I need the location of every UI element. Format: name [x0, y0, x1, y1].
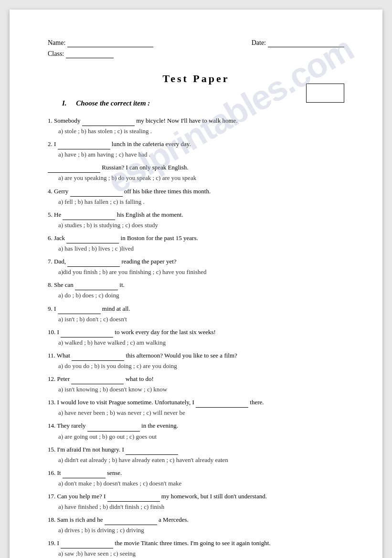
q8-options: a) do ; b) does ; c) doing: [58, 290, 344, 301]
q3-blank[interactable]: [48, 162, 100, 173]
q13-text: 13. I would love to visit Prague sometim…: [48, 399, 196, 406]
question-15: 15. I'm afraid I'm not hungry. I a) didn…: [48, 444, 344, 465]
q4-rest: off his bike three times this month.: [123, 188, 211, 195]
q8-text: 8. She can: [48, 281, 75, 288]
q6-blank[interactable]: [66, 232, 119, 243]
question-1: 1. Somebody my bicycle! Now I'll have to…: [48, 115, 344, 137]
q13-blank[interactable]: [196, 397, 248, 408]
q4-options: a) fell ; b) has fallen ; c) is falling …: [58, 197, 344, 207]
q1-options: a) stole ; b) has stolen ; c) is stealin…: [58, 126, 344, 137]
question-16: 16. It sense. a) don't make ; b) doesn't…: [48, 467, 344, 489]
q15-text: 15. I'm afraid I'm not hungry. I: [48, 446, 126, 453]
q6-rest: in Boston for the past 15 years.: [119, 234, 198, 242]
question-7: 7. Dad, reading the paper yet? a)did you…: [48, 256, 344, 277]
q11-text: 11. What: [48, 352, 72, 359]
q16-options: a) don't make ; b) doesn't makes ; c) do…: [58, 478, 344, 489]
q8-blank[interactable]: [75, 279, 118, 290]
q18-rest: a Mercedes.: [157, 516, 189, 523]
q13-rest: there.: [248, 399, 264, 406]
q6-options: a) has lived ; b) lives ; c )lived: [58, 243, 344, 254]
score-box: [306, 84, 344, 103]
q16-text: 16. It: [48, 469, 63, 476]
q13-options: a) have never been ; b) was never ; c) w…: [58, 408, 344, 418]
q5-rest: his English at the moment.: [115, 211, 183, 218]
section-roman: I.: [62, 99, 67, 107]
class-label: Class:: [48, 50, 64, 57]
question-5: 5. He his English at the moment. a) stud…: [48, 209, 344, 231]
header-top: Name: Date:: [48, 38, 344, 47]
q11-rest: this afternoon? Would you like to see a …: [124, 352, 237, 359]
page-title: Test Paper: [48, 73, 344, 85]
section-instruction: Choose the correct item :: [76, 99, 150, 107]
q14-options: a) are going out ; b) go out ; c) goes o…: [58, 432, 344, 442]
question-12: 12. Peter what to do! a) isn't knowing ;…: [48, 373, 344, 395]
q18-text: 18. Sam is rich and he: [48, 516, 105, 523]
q16-blank[interactable]: [63, 467, 106, 478]
q1-num: 1. Somebody: [48, 117, 82, 124]
q19-text: 19. I: [48, 539, 61, 547]
question-3: Russian? I can only speak English. a) ar…: [48, 162, 344, 183]
q12-rest: what to do!: [124, 375, 153, 382]
q2-blank[interactable]: [58, 138, 110, 149]
q10-text: 10. I: [48, 328, 61, 336]
q12-text: 12. Peter: [48, 375, 71, 382]
q10-blank[interactable]: [61, 326, 113, 337]
q2-num: 2. I: [48, 140, 58, 147]
q19-options: a) saw ;b) have seen ; c) seeing: [58, 548, 344, 558]
question-8: 8. She can it. a) do ; b) does ; c) doin…: [48, 279, 344, 301]
q16-rest: sense.: [106, 469, 122, 476]
q6-text: 6. Jack: [48, 234, 66, 242]
question-6: 6. Jack in Boston for the past 15 years.…: [48, 232, 344, 254]
q7-blank[interactable]: [67, 256, 120, 267]
q15-blank[interactable]: [126, 444, 178, 455]
question-14: 14. They rarely in the evening. a) are g…: [48, 420, 344, 442]
q4-text: 4. Gerry: [48, 188, 70, 195]
q17-options: a) have finished ; b) didn't finish ; c)…: [58, 502, 344, 512]
q9-options: a) isn't ; b) don't ; c) doesn't: [58, 314, 344, 325]
date-field[interactable]: [268, 38, 344, 47]
q5-options: a) studies ; b) is studying ; c) does st…: [58, 220, 344, 231]
q2-rest: lunch in the cafeteria every day.: [110, 140, 191, 147]
q9-rest: mind at all.: [101, 305, 130, 312]
q5-text: 5. He: [48, 211, 63, 218]
q17-blank[interactable]: [107, 491, 160, 502]
question-11: 11. What this afternoon? Would you like …: [48, 350, 344, 371]
question-9: 9. I mind at all. a) isn't ; b) don't ; …: [48, 303, 344, 325]
q11-blank[interactable]: [72, 350, 124, 361]
q19-rest: the movie Titanic three times. I'm going…: [113, 539, 270, 547]
question-4: 4. Gerry off his bike three times this m…: [48, 186, 344, 207]
q14-blank[interactable]: [87, 420, 140, 431]
name-label: Name:: [48, 39, 65, 46]
q17-rest: my homework, but I still don't understan…: [160, 493, 267, 500]
q7-text: 7. Dad,: [48, 258, 67, 265]
q9-blank[interactable]: [58, 303, 101, 314]
q12-options: a) isn't knowing ; b) doesn't know ; c) …: [58, 384, 344, 395]
date-block: Date:: [252, 38, 344, 47]
q12-blank[interactable]: [71, 373, 124, 384]
q9-text: 9. I: [48, 305, 58, 312]
q10-rest: to work every day for the last six weeks…: [113, 328, 216, 336]
q19-blank[interactable]: [61, 537, 113, 548]
q18-options: a) drives ; b) is driving ; c) driving: [58, 525, 344, 536]
q3-options: a) are you speaking ; b) do you speak ; …: [58, 173, 344, 183]
q18-blank[interactable]: [105, 514, 157, 525]
q14-rest: in the evening.: [140, 422, 178, 429]
question-13: 13. I would love to visit Prague sometim…: [48, 397, 344, 418]
class-block: Class:: [48, 50, 344, 58]
name-field[interactable]: [67, 38, 153, 47]
section-heading: I. Choose the correct item :: [62, 99, 344, 107]
q2-options: a) have ; b) am having ; c) have had .: [58, 149, 344, 160]
q3-rest: Russian? I can only speak English.: [100, 164, 189, 171]
question-17: 17. Can you help me? I my homework, but …: [48, 491, 344, 512]
q11-options: a) do you do ; b) is you doing ; c) are …: [58, 361, 344, 371]
q7-rest: reading the paper yet?: [120, 258, 176, 265]
q1-blank[interactable]: [82, 115, 135, 126]
q14-text: 14. They rarely: [48, 422, 87, 429]
q4-blank[interactable]: [70, 186, 123, 197]
page: eslprintables.com Name: Date: Class: Tes…: [10, 10, 382, 558]
class-field[interactable]: [66, 50, 114, 58]
date-label: Date:: [252, 39, 266, 46]
question-19: 19. I the movie Titanic three times. I'm…: [48, 537, 344, 558]
q5-blank[interactable]: [63, 209, 115, 220]
q8-rest: it.: [118, 281, 125, 288]
